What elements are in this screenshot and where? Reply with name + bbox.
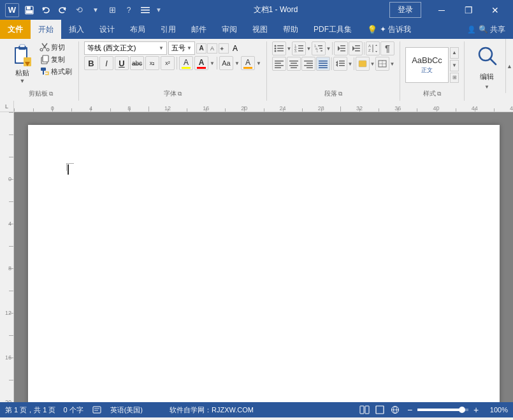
minimize-button[interactable]: ─ <box>429 0 454 20</box>
sort-button[interactable]: AZ <box>366 41 380 55</box>
menu-tab-references[interactable]: 引用 <box>153 20 184 39</box>
font-size-selector[interactable]: 五号 ▼ <box>168 41 195 55</box>
more-quickaccess-icon[interactable]: ▼ <box>89 4 102 17</box>
multilevel-button[interactable]: 1.a.i. <box>312 41 326 55</box>
shading-dropdown[interactable]: ▼ <box>370 57 375 71</box>
ribbon-scroll-right[interactable]: ▲ <box>505 39 513 93</box>
align-right-button[interactable] <box>301 57 315 71</box>
find-replace-button[interactable] <box>473 41 501 69</box>
subscript-button[interactable]: x₂ <box>145 56 159 70</box>
document-page[interactable] <box>28 125 500 402</box>
font-color2-dropdown[interactable]: ▼ <box>256 56 261 70</box>
login-button[interactable]: 登录 <box>389 2 421 18</box>
settings-icon[interactable] <box>139 4 152 17</box>
decrease-indent-button[interactable] <box>334 41 348 55</box>
text-highlight-button[interactable]: A <box>179 56 193 70</box>
help-icon[interactable]: ? <box>122 4 135 17</box>
zoom-minus-button[interactable]: − <box>405 405 415 415</box>
menu-tab-view[interactable]: 视图 <box>245 20 275 39</box>
font-expand-icon[interactable]: ⧉ <box>178 91 182 98</box>
font-color-button[interactable]: A <box>194 56 208 70</box>
document-scroll-area[interactable] <box>14 112 513 402</box>
line-spacing-button[interactable] <box>333 57 347 71</box>
repeat-icon[interactable]: ⟲ <box>73 4 85 17</box>
copy-button[interactable]: 复制 <box>38 54 73 65</box>
close-button[interactable]: ✕ <box>482 0 508 20</box>
menu-tab-tell-me[interactable]: 💡 ✦ 告诉我 <box>359 20 419 39</box>
align-left-button[interactable] <box>272 57 286 71</box>
undo-quickaccess-icon[interactable] <box>40 4 52 17</box>
clear-format-btn[interactable]: ✦ <box>219 43 229 54</box>
strikethrough-button[interactable]: abc <box>130 56 144 70</box>
multilevel-dropdown[interactable]: ▼ <box>326 41 331 55</box>
editing-dropdown[interactable]: ▼ <box>484 84 489 90</box>
superscript-button[interactable]: x² <box>161 56 175 70</box>
para-sep4 <box>354 57 354 70</box>
zoom-slider[interactable] <box>417 409 468 411</box>
paste-button[interactable]: 粘贴 ▼ <box>8 41 37 85</box>
menu-tab-help[interactable]: 帮助 <box>275 20 306 39</box>
zoom-percent[interactable]: 100% <box>485 406 508 414</box>
document-title: 文档1 - Word <box>162 4 389 15</box>
svg-line-80 <box>490 59 496 64</box>
font-color-dropdown[interactable]: ▼ <box>210 56 215 70</box>
ruler-corner-button[interactable]: L <box>0 101 14 112</box>
web-layout-icon[interactable] <box>389 404 401 416</box>
bold-button[interactable]: B <box>84 56 98 70</box>
redo-quickaccess-icon[interactable] <box>56 4 69 17</box>
style-more[interactable]: ⊞ <box>450 73 459 83</box>
menu-tab-home[interactable]: 开始 <box>31 20 61 39</box>
more-icon2[interactable]: ▼ <box>155 6 162 13</box>
numbering-button[interactable]: 1.2.3. <box>292 41 306 55</box>
menu-tab-insert[interactable]: 插入 <box>61 20 92 39</box>
menu-tab-share[interactable]: 👤 🔍 共享 <box>459 20 513 39</box>
unicode-decrease[interactable]: A <box>207 43 217 54</box>
zoom-slider-thumb[interactable] <box>459 407 465 413</box>
bullets-dropdown[interactable]: ▼ <box>287 41 291 55</box>
line-spacing-dropdown[interactable]: ▼ <box>348 57 352 71</box>
menu-tab-design[interactable]: 设计 <box>92 20 122 39</box>
increase-indent-button[interactable] <box>349 41 363 55</box>
menu-tab-pdf[interactable]: PDF工具集 <box>306 20 359 39</box>
borders-dropdown[interactable]: ▼ <box>390 57 394 71</box>
paragraph-expand-icon[interactable]: ⧉ <box>338 91 342 98</box>
borders-button[interactable] <box>375 57 389 71</box>
svg-rect-58 <box>289 61 298 62</box>
bullets-button[interactable] <box>272 41 286 55</box>
view-switch-icon[interactable]: ⊞ <box>106 4 119 17</box>
change-case-button[interactable]: Aa <box>219 56 233 70</box>
svg-rect-73 <box>339 63 345 64</box>
justify-button[interactable] <box>316 57 330 71</box>
shading-button[interactable] <box>356 57 370 71</box>
clipboard-expand-icon[interactable]: ⧉ <box>49 91 53 98</box>
menu-tab-layout[interactable]: 布局 <box>122 20 153 39</box>
proofing-icon[interactable] <box>91 404 103 416</box>
word-app-icon[interactable]: W <box>5 3 19 17</box>
language[interactable]: 英语(美国) <box>110 405 143 415</box>
restore-button[interactable]: ❐ <box>456 0 481 20</box>
styles-expand-icon[interactable]: ⧉ <box>437 91 441 98</box>
menu-tab-review[interactable]: 审阅 <box>214 20 245 39</box>
svg-marker-45 <box>352 46 355 51</box>
read-mode-icon[interactable] <box>359 404 370 416</box>
large-a-btn[interactable]: A <box>230 43 240 54</box>
menu-tab-file[interactable]: 文件 <box>0 20 31 39</box>
show-marks-button[interactable]: ¶ <box>380 41 394 55</box>
save-quickaccess-icon[interactable] <box>23 4 36 17</box>
print-layout-icon[interactable] <box>374 404 386 416</box>
style-scroll-up[interactable]: ▲ <box>450 47 459 59</box>
cut-button[interactable]: 剪切 <box>38 41 73 53</box>
menu-tab-mailings[interactable]: 邮件 <box>184 20 214 39</box>
align-center-button[interactable] <box>287 57 301 71</box>
style-normal-button[interactable]: AaBbCc 正文 <box>405 47 449 83</box>
font-name-selector[interactable]: 等线 (西文正文) ▼ <box>84 41 167 55</box>
change-case-dropdown[interactable]: ▼ <box>235 56 240 70</box>
style-scroll-down[interactable]: ▼ <box>450 60 459 71</box>
zoom-plus-button[interactable]: + <box>471 405 481 415</box>
numbering-dropdown[interactable]: ▼ <box>307 41 311 55</box>
underline-button[interactable]: U <box>115 56 129 70</box>
unicode-increase[interactable]: A <box>196 43 206 54</box>
format-painter-button[interactable]: 格式刷 <box>38 66 73 77</box>
font-color2-button[interactable]: A <box>241 56 255 70</box>
italic-button[interactable]: I <box>99 56 113 70</box>
